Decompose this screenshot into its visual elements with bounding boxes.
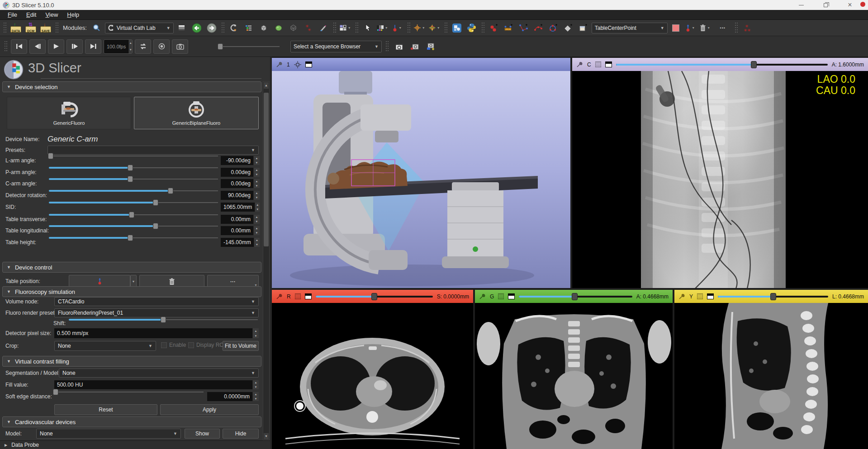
subject-hierarchy-button[interactable] <box>242 21 256 35</box>
save-button[interactable]: ↓ SAVE <box>39 21 52 35</box>
toolbar-grip[interactable] <box>55 22 58 34</box>
delete-control-point-button[interactable]: ▾ <box>699 21 712 35</box>
spin-down-icon[interactable]: ▼ <box>253 385 259 389</box>
volume-node-combo[interactable]: CTACardio ▼ <box>54 297 259 306</box>
markup-roi-button[interactable] <box>577 21 590 35</box>
view-3d-canvas[interactable] <box>272 71 570 288</box>
view-green-canvas[interactable] <box>475 303 673 449</box>
device-generic-biplane-fluoro-button[interactable]: GenericBiplaneFluoro <box>134 97 259 129</box>
menu-edit[interactable]: Edit <box>22 10 40 19</box>
seq-first-frame-button[interactable] <box>11 39 27 54</box>
seq-frame-slider[interactable] <box>220 43 280 50</box>
close-button[interactable]: × <box>845 1 854 9</box>
markups-node-combo[interactable]: TableCenterPoint ▼ <box>592 23 668 33</box>
fill-value-spinbox[interactable]: 500.00 HU ▲▼ <box>54 380 259 389</box>
pin-icon[interactable] <box>479 293 486 300</box>
fluoro-slice-slider[interactable] <box>616 61 828 68</box>
scene-views-button[interactable]: ✳✳ <box>302 21 315 35</box>
view-3d[interactable]: 1 <box>272 58 570 288</box>
view-red[interactable]: R S: 0.0000mm <box>272 290 473 449</box>
center-3d-view-icon[interactable] <box>294 61 301 68</box>
markup-plane-button[interactable] <box>562 21 575 35</box>
volume-rendering-button[interactable] <box>257 21 270 35</box>
crop-volume-button[interactable] <box>287 21 300 35</box>
table-longitudinal-spinbox[interactable]: 0.00mm▲▼ <box>221 226 260 235</box>
presets-combo[interactable]: ▼ <box>47 146 259 155</box>
crosshair-button[interactable]: ▾ <box>413 21 427 35</box>
slice-visibility-icon[interactable] <box>295 293 301 299</box>
spin-up-icon[interactable]: ▲ <box>253 380 259 385</box>
module-history-button[interactable] <box>175 21 189 35</box>
p-arm-angle-spinbox[interactable]: 0.00deg▲▼ <box>221 168 260 177</box>
place-control-point-button[interactable]: ▾ <box>684 21 697 35</box>
pin-icon[interactable] <box>678 293 685 300</box>
view-3d-header[interactable]: 1 <box>272 58 570 71</box>
crop-enable-checkbox[interactable]: Enable <box>161 342 186 348</box>
more-options-button[interactable]: ••• <box>714 21 732 35</box>
layout-selector-button[interactable]: ▾ <box>339 21 352 35</box>
table-position-delete-button[interactable] <box>139 275 204 288</box>
module-search-button[interactable] <box>90 21 104 35</box>
python-console-button[interactable] <box>465 21 479 35</box>
seq-loop-button[interactable] <box>135 39 151 54</box>
spin-up-icon[interactable]: ▲ <box>254 191 260 195</box>
sid-spinbox[interactable]: 1065.00mm▲▼ <box>221 203 260 212</box>
toolbar-grip[interactable] <box>3 22 6 34</box>
view-fluoro-header[interactable]: C A: 1.6000mm <box>572 58 868 71</box>
screenshot-button[interactable] <box>392 40 406 53</box>
spin-up-icon[interactable]: ▲ <box>254 168 260 172</box>
spin-down-icon[interactable]: ▼ <box>254 184 260 188</box>
favorite-module-button[interactable] <box>227 21 241 35</box>
markup-angle-button[interactable] <box>517 21 531 35</box>
menu-help[interactable]: Help <box>63 10 83 19</box>
yellow-slice-slider[interactable] <box>718 293 828 300</box>
slice-visibility-icon[interactable] <box>697 293 703 299</box>
spin-down-icon[interactable]: ▼ <box>254 195 260 200</box>
scene-views-restore-button[interactable]: ✳✳✳ <box>740 21 754 35</box>
spin-down-icon[interactable]: ▼ <box>254 242 260 247</box>
seq-snapshot-button[interactable] <box>172 39 188 54</box>
toolbar-grip[interactable] <box>407 22 410 34</box>
spin-up-icon[interactable]: ▲ <box>254 156 260 161</box>
spin-up-icon[interactable]: ▲ <box>253 328 259 333</box>
spin-down-icon[interactable]: ▼ <box>255 207 260 212</box>
table-transverse-spinbox[interactable]: 0.00mm▲▼ <box>221 215 260 224</box>
segmentation-model-combo[interactable]: None ▼ <box>59 369 259 378</box>
l-arm-angle-spinbox[interactable]: -90.00deg▲▼ <box>221 156 260 165</box>
back-button[interactable] <box>190 21 204 35</box>
table-position-dropdown[interactable]: ▼ <box>130 275 137 288</box>
toolbar-grip[interactable] <box>444 22 447 34</box>
menu-view[interactable]: View <box>41 10 62 19</box>
restore-button[interactable] <box>821 1 830 9</box>
view-yellow-header[interactable]: Y L: 0.4668mm <box>674 290 868 303</box>
soft-edge-spinbox[interactable]: 0.0000mm ▲▼ <box>207 392 259 401</box>
crop-display-roi-checkbox[interactable]: Display ROI <box>188 342 225 348</box>
spin-down-icon[interactable]: ▼ <box>253 333 259 338</box>
view-red-header[interactable]: R S: 0.0000mm <box>272 290 473 303</box>
section-fluoroscopy-simulation[interactable]: ▼ Fluoroscopy simulation <box>2 286 261 297</box>
forward-button[interactable] <box>205 21 218 35</box>
apply-button[interactable]: Apply <box>160 404 259 415</box>
slice-visibility-icon[interactable] <box>498 293 504 299</box>
markup-closed-curve-button[interactable] <box>547 21 560 35</box>
slice-visibility-icon[interactable] <box>595 61 601 67</box>
view-fluoro-canvas[interactable]: LAO 0.0 CAU 0.0 <box>572 71 868 288</box>
section-cardiovascular-devices[interactable]: ▼ Cardiovascular devices <box>2 416 261 427</box>
spin-up-icon[interactable]: ▲ <box>129 40 132 47</box>
spin-up-icon[interactable]: ▲ <box>255 203 260 207</box>
extensions-manager-button[interactable] <box>450 21 464 35</box>
pin-icon[interactable] <box>276 293 283 300</box>
view-menu-icon[interactable] <box>605 61 612 67</box>
table-height-spinbox[interactable]: -145.00mm▲▼ <box>221 238 260 247</box>
view-yellow[interactable]: Y L: 0.4668mm <box>674 290 868 449</box>
spin-down-icon[interactable]: ▼ <box>254 172 260 177</box>
view-green[interactable]: G A: 0.4668mm <box>475 290 673 449</box>
error-indicator-icon[interactable] <box>860 2 865 7</box>
window-level-button[interactable]: ▾ <box>376 21 389 35</box>
crop-combo[interactable]: None ▼ <box>54 341 156 351</box>
table-position-more-button[interactable]: ••• ▼ <box>207 275 259 288</box>
spin-down-icon[interactable]: ▼ <box>254 231 260 235</box>
seq-play-button[interactable] <box>48 39 64 54</box>
view-menu-icon[interactable] <box>707 293 714 299</box>
section-device-selection[interactable]: ▼ Device selection <box>2 81 261 92</box>
